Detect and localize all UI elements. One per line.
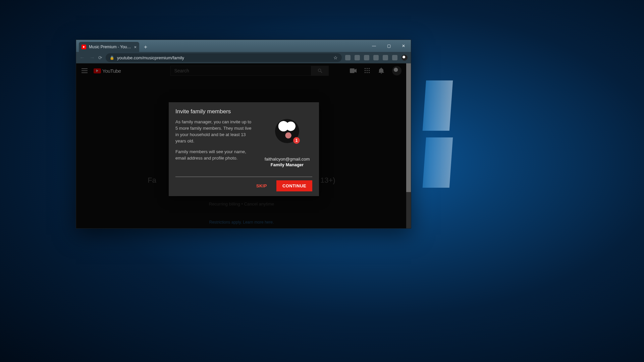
- tab-title: Music Premium - YouTube: [89, 45, 131, 49]
- family-manager-avatar: [275, 119, 299, 143]
- continue-button[interactable]: CONTINUE: [276, 180, 312, 191]
- extension-icon[interactable]: [373, 55, 379, 60]
- nav-back-icon[interactable]: ←: [79, 55, 85, 61]
- window-controls: — ▢ ✕: [367, 40, 411, 52]
- youtube-favicon-icon: [82, 45, 86, 49]
- window-maximize-button[interactable]: ▢: [381, 40, 396, 52]
- dialog-actions: SKIP CONTINUE: [175, 180, 312, 191]
- svg-marker-0: [83, 46, 85, 48]
- window-minimize-button[interactable]: —: [367, 40, 381, 52]
- dialog-paragraph: Family members will see your name, email…: [175, 149, 254, 162]
- extension-icons: [345, 55, 408, 61]
- dialog-title: Invite family members: [175, 108, 312, 115]
- window-close-button[interactable]: ✕: [396, 40, 411, 52]
- url-text: youtube.com/musicpremium/family: [117, 55, 184, 60]
- dialog-account-info: faithalcyon@gmail.com Family Manager: [262, 119, 312, 167]
- browser-toolbar: ← → ⟳ 🔒 youtube.com/musicpremium/family …: [76, 52, 411, 63]
- dialog-separator: [175, 177, 312, 177]
- vertical-scrollbar[interactable]: [406, 63, 411, 228]
- skip-button[interactable]: SKIP: [252, 181, 271, 191]
- family-manager-email: faithalcyon@gmail.com: [262, 157, 312, 162]
- reload-icon[interactable]: ⟳: [98, 55, 102, 60]
- profile-avatar-icon[interactable]: [401, 55, 408, 61]
- lock-icon: 🔒: [110, 56, 114, 60]
- family-manager-role: Family Manager: [262, 162, 312, 167]
- browser-window: Music Premium - YouTube × ＋ — ▢ ✕ ← → ⟳ …: [76, 40, 411, 229]
- extension-icon[interactable]: [392, 55, 397, 60]
- browser-titlebar: Music Premium - YouTube × ＋ — ▢ ✕: [76, 40, 411, 52]
- extension-icon[interactable]: [383, 55, 388, 60]
- page-viewport: YouTube: [76, 63, 411, 228]
- extension-icon[interactable]: [364, 55, 369, 60]
- nav-arrows: ← →: [79, 55, 95, 61]
- dialog-paragraph: As family manager, you can invite up to …: [175, 119, 254, 144]
- scrollbar-thumb[interactable]: [406, 63, 411, 192]
- invite-family-dialog: Invite family members As family manager,…: [169, 102, 319, 196]
- bookmark-star-icon[interactable]: ☆: [333, 55, 338, 60]
- extension-icon[interactable]: [345, 55, 351, 60]
- extension-icon[interactable]: [355, 55, 360, 60]
- windows-logo-background: [424, 80, 491, 198]
- dialog-description: As family manager, you can invite up to …: [175, 119, 254, 167]
- nav-forward-icon[interactable]: →: [90, 55, 95, 61]
- browser-tab[interactable]: Music Premium - YouTube ×: [79, 42, 139, 52]
- address-bar[interactable]: 🔒 youtube.com/musicpremium/family ☆: [106, 53, 342, 62]
- tab-close-icon[interactable]: ×: [134, 45, 137, 50]
- new-tab-button[interactable]: ＋: [141, 43, 150, 51]
